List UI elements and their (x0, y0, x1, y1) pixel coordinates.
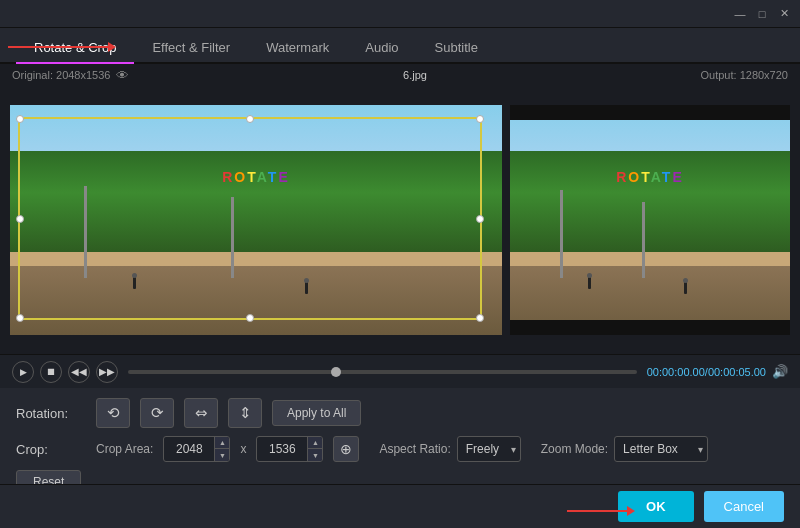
bottom-bar: OK Cancel (0, 484, 800, 528)
playback-bar: ▶ ⏹ ◀◀ ▶▶ 00:00:00.00/00:00:05.00 🔊 (0, 354, 800, 388)
ok-button[interactable]: OK (618, 491, 694, 522)
flip-v-icon: ⇕ (239, 404, 252, 422)
flip-h-icon: ⇔ (195, 404, 208, 422)
cancel-button[interactable]: Cancel (704, 491, 784, 522)
rotation-label: Rotation: (16, 406, 86, 421)
flip-vertical-button[interactable]: ⇕ (228, 398, 262, 428)
tabs-bar: Rotate & Crop Effect & Filter Watermark … (0, 28, 800, 64)
time-current: 00:00:00.00 (647, 366, 705, 378)
tab-subtitle[interactable]: Subtitle (417, 33, 496, 62)
pole-1 (84, 186, 87, 278)
width-down-button[interactable]: ▼ (215, 449, 229, 462)
height-up-button[interactable]: ▲ (308, 436, 322, 449)
apply-to-all-button[interactable]: Apply to All (272, 400, 361, 426)
preview-info: Original: 2048x1536 👁 6.jpg Output: 1280… (0, 64, 800, 86)
tab-rotate-crop[interactable]: Rotate & Crop (16, 33, 134, 64)
play-button[interactable]: ▶ (12, 361, 34, 383)
dimension-separator: x (240, 442, 246, 456)
play-icon: ▶ (20, 367, 27, 377)
tab-effect-filter[interactable]: Effect & Filter (134, 33, 248, 62)
output-image: ROTATE (510, 105, 790, 335)
width-up-button[interactable]: ▲ (215, 436, 229, 449)
flip-horizontal-button[interactable]: ⇔ (184, 398, 218, 428)
output-letters: ROTATE (616, 169, 684, 185)
rotate-ccw-icon: ⟲ (107, 404, 120, 422)
output-person-2 (684, 282, 687, 294)
right-preview-panel: ROTATE (510, 105, 790, 335)
filename-label: 6.jpg (403, 69, 427, 81)
aspect-ratio-select-wrapper: Freely 16:9 4:3 1:1 9:16 (457, 436, 521, 462)
output-person-1 (588, 277, 591, 289)
output-pole-1 (560, 190, 563, 277)
aspect-ratio-label: Aspect Ratio: (379, 442, 450, 456)
title-bar: — □ ✕ (0, 0, 800, 28)
tab-watermark[interactable]: Watermark (248, 33, 347, 62)
left-preview-panel: ROTATE (10, 105, 502, 335)
aspect-ratio-select[interactable]: Freely 16:9 4:3 1:1 9:16 (457, 436, 521, 462)
rotate-cw-button[interactable]: ⟳ (140, 398, 174, 428)
person-1 (133, 277, 136, 289)
pole-2 (231, 197, 234, 278)
height-spinners: ▲ ▼ (307, 436, 322, 462)
width-spinners: ▲ ▼ (214, 436, 229, 462)
tab-audio[interactable]: Audio (347, 33, 416, 62)
volume-icon[interactable]: 🔊 (772, 364, 788, 379)
crosshair-icon: ⊕ (340, 441, 352, 457)
zoom-mode-select[interactable]: Letter Box Pan & Scan Full (614, 436, 708, 462)
output-hedge (510, 151, 790, 255)
height-down-button[interactable]: ▼ (308, 449, 322, 462)
rotate-cw-icon: ⟳ (151, 404, 164, 422)
progress-indicator[interactable] (331, 367, 341, 377)
preview-area: Original: 2048x1536 👁 6.jpg Output: 1280… (0, 64, 800, 354)
original-size-label: Original: 2048x1536 (12, 69, 110, 81)
letterbox-bottom (510, 320, 790, 335)
person-2 (305, 282, 308, 294)
time-total: 00:00:05.00 (708, 366, 766, 378)
preview-panels: ROTATE (0, 86, 800, 354)
source-image: ROTATE (10, 105, 502, 335)
output-pole-2 (642, 202, 645, 278)
crop-row: Crop: Crop Area: ▲ ▼ x ▲ ▼ ⊕ Aspect Rati… (16, 436, 784, 462)
rewind-button[interactable]: ⏹ (40, 361, 62, 383)
letterbox-top (510, 105, 790, 120)
step-forward-button[interactable]: ▶▶ (96, 361, 118, 383)
zoom-mode-select-wrapper: Letter Box Pan & Scan Full (614, 436, 708, 462)
eye-icon[interactable]: 👁 (116, 68, 129, 83)
time-display: 00:00:00.00/00:00:05.00 (647, 366, 766, 378)
crop-area-label: Crop Area: (96, 442, 153, 456)
crosshair-button[interactable]: ⊕ (333, 436, 359, 462)
rotate-ccw-button[interactable]: ⟲ (96, 398, 130, 428)
maximize-button[interactable]: □ (754, 6, 770, 22)
crop-height-input[interactable] (257, 442, 307, 456)
progress-bar[interactable] (128, 370, 637, 374)
aspect-ratio-group: Aspect Ratio: Freely 16:9 4:3 1:1 9:16 (379, 436, 520, 462)
output-size-label: Output: 1280x720 (701, 69, 788, 81)
zoom-mode-label: Zoom Mode: (541, 442, 608, 456)
crop-width-input[interactable] (164, 442, 214, 456)
zoom-mode-group: Zoom Mode: Letter Box Pan & Scan Full (541, 436, 708, 462)
close-button[interactable]: ✕ (776, 6, 792, 22)
scene-letters: ROTATE (222, 169, 290, 185)
step-back-button[interactable]: ◀◀ (68, 361, 90, 383)
rotation-row: Rotation: ⟲ ⟳ ⇔ ⇕ Apply to All (16, 398, 784, 428)
crop-label: Crop: (16, 442, 86, 457)
crop-width-input-group: ▲ ▼ (163, 436, 230, 462)
minimize-button[interactable]: — (732, 6, 748, 22)
crop-height-input-group: ▲ ▼ (256, 436, 323, 462)
